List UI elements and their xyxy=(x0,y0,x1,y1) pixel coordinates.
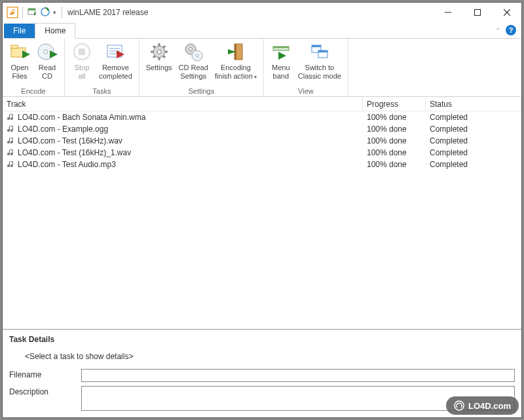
table-row[interactable]: LO4D.com - Bach Sonata Amin.wma100% done… xyxy=(3,111,521,123)
svg-point-33 xyxy=(189,48,193,51)
close-button[interactable] xyxy=(492,3,521,22)
status-cell: Completed xyxy=(426,136,521,145)
track-name: LO4D.com - Test Audio.mp3 xyxy=(18,160,116,169)
list-header: Track Progress Status xyxy=(3,97,521,111)
folder-open-icon xyxy=(9,41,30,62)
settings-button[interactable]: Settings xyxy=(143,40,175,86)
ribbon: OpenFiles ReadCD Encode Stopall Removeco… xyxy=(3,38,521,97)
collapse-ribbon-icon[interactable]: ˆ xyxy=(493,25,503,38)
windows-icon xyxy=(309,41,330,62)
minimize-button[interactable] xyxy=(433,3,462,22)
door-exit-icon xyxy=(225,41,246,62)
qat-dropdown-icon[interactable]: ▾ xyxy=(53,9,56,16)
status-cell: Completed xyxy=(426,124,521,134)
svg-rect-43 xyxy=(312,45,321,47)
group-tasks: Stopall Removecompleted Tasks xyxy=(65,39,140,96)
watermark: LO4D.com xyxy=(446,396,519,415)
progress-cell: 100% done xyxy=(363,113,426,122)
progress-cell: 100% done xyxy=(363,124,426,134)
status-cell: Completed xyxy=(426,113,521,122)
qat-refresh-icon[interactable] xyxy=(40,7,50,19)
svg-rect-45 xyxy=(318,50,328,52)
tab-file[interactable]: File xyxy=(4,24,35,38)
music-note-icon xyxy=(7,136,16,145)
description-label: Description xyxy=(9,386,81,396)
progress-cell: 100% done xyxy=(363,148,426,157)
track-list[interactable]: LO4D.com - Bach Sonata Amin.wma100% done… xyxy=(3,111,521,329)
read-cd-button[interactable]: ReadCD xyxy=(34,40,60,86)
task-details-panel: Task Details <Select a task to show deta… xyxy=(3,329,521,417)
cd-icon xyxy=(37,41,58,62)
music-note-icon xyxy=(7,160,16,169)
svg-line-29 xyxy=(163,56,165,58)
svg-rect-16 xyxy=(79,48,85,55)
remove-completed-button[interactable]: Removecompleted xyxy=(96,40,135,86)
group-encode: OpenFiles ReadCD Encode xyxy=(3,39,65,96)
svg-point-23 xyxy=(157,50,161,54)
stop-all-button: Stopall xyxy=(69,40,95,86)
group-settings: Settings CD ReadSettings Encodingfinish … xyxy=(140,39,264,96)
maximize-button[interactable] xyxy=(462,3,492,22)
svg-marker-11 xyxy=(22,50,30,58)
svg-point-35 xyxy=(196,54,198,57)
content-area: Track Progress Status LO4D.com - Bach So… xyxy=(3,97,521,417)
svg-line-31 xyxy=(163,46,165,48)
app-window: ▾ winLAME 2017 release File Home ˆ ? Ope… xyxy=(2,2,522,418)
gear-cd-icon xyxy=(183,41,204,62)
app-icon xyxy=(7,7,18,18)
music-note-icon xyxy=(7,148,16,157)
svg-rect-10 xyxy=(11,45,18,48)
encoding-finish-action-button[interactable]: Encodingfinish action▾ xyxy=(212,40,259,86)
track-name: LO4D.com - Test (16kHz)_1.wav xyxy=(18,148,131,157)
qat-save-icon[interactable] xyxy=(27,7,37,19)
tab-home[interactable]: Home xyxy=(35,23,75,39)
column-status[interactable]: Status xyxy=(426,98,521,111)
progress-cell: 100% done xyxy=(363,160,426,169)
svg-marker-41 xyxy=(278,52,286,60)
ribbon-tabs: File Home ˆ ? xyxy=(3,22,521,38)
table-row[interactable]: LO4D.com - Test Audio.mp3100% doneComple… xyxy=(3,159,521,170)
svg-point-13 xyxy=(44,50,48,54)
status-cell: Completed xyxy=(426,160,521,169)
cd-read-settings-button[interactable]: CD ReadSettings xyxy=(176,40,211,86)
menu-band-icon xyxy=(271,41,291,62)
task-details-title: Task Details xyxy=(9,335,515,344)
column-progress[interactable]: Progress xyxy=(363,98,426,111)
music-note-icon xyxy=(7,113,16,122)
track-name: LO4D.com - Test (16kHz).wav xyxy=(18,136,122,145)
table-row[interactable]: LO4D.com - Test (16kHz)_1.wav100% doneCo… xyxy=(3,147,521,159)
quick-access-toolbar: ▾ xyxy=(21,7,56,19)
track-name: LO4D.com - Bach Sonata Amin.wma xyxy=(18,113,145,122)
filename-field[interactable] xyxy=(81,369,515,382)
window-title: winLAME 2017 release xyxy=(67,8,148,17)
group-view: Menuband Switch toClassic mode View xyxy=(264,39,348,96)
help-icon[interactable]: ? xyxy=(506,25,516,35)
svg-line-30 xyxy=(153,56,155,58)
svg-line-28 xyxy=(153,46,155,48)
track-name: LO4D.com - Example.ogg xyxy=(18,124,108,134)
progress-cell: 100% done xyxy=(363,136,426,145)
svg-point-46 xyxy=(455,401,464,410)
svg-rect-6 xyxy=(474,10,480,16)
gear-icon xyxy=(149,41,170,62)
column-track[interactable]: Track xyxy=(3,98,363,111)
filename-label: Filename xyxy=(9,369,81,379)
classic-mode-button[interactable]: Switch toClassic mode xyxy=(295,40,344,86)
chevron-down-icon: ▾ xyxy=(254,74,257,80)
task-details-hint: <Select a task to show details> xyxy=(25,352,515,361)
stop-icon xyxy=(71,41,92,62)
status-cell: Completed xyxy=(426,148,521,157)
svg-rect-2 xyxy=(28,9,35,10)
open-files-button[interactable]: OpenFiles xyxy=(7,40,33,86)
svg-rect-40 xyxy=(273,47,289,48)
table-row[interactable]: LO4D.com - Test (16kHz).wav100% doneComp… xyxy=(3,135,521,147)
menu-band-button[interactable]: Menuband xyxy=(268,40,294,86)
remove-list-icon xyxy=(105,41,126,62)
table-row[interactable]: LO4D.com - Example.ogg100% doneCompleted xyxy=(3,123,521,135)
titlebar: ▾ winLAME 2017 release xyxy=(3,3,521,22)
music-note-icon xyxy=(7,124,16,134)
